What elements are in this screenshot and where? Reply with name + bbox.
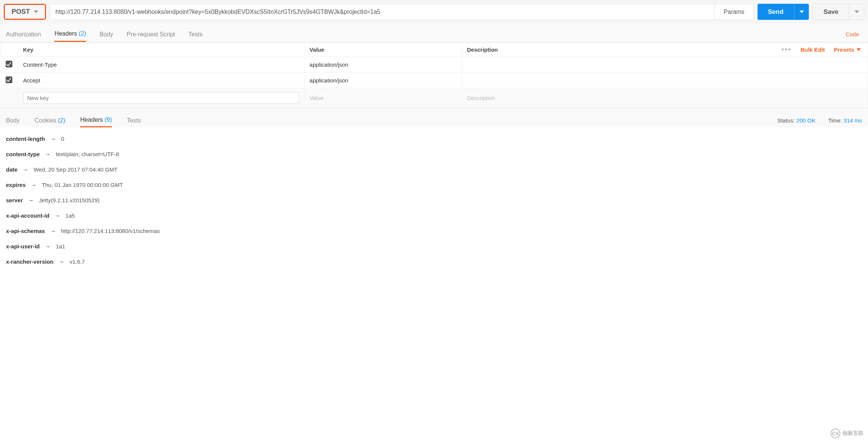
chevron-down-icon [856, 48, 861, 51]
params-button[interactable]: Params [714, 4, 753, 19]
resp-header-value: Jetty(9.2.11.v20150529) [39, 197, 100, 203]
resp-header-key: content-length [6, 136, 45, 142]
col-description: Description [462, 43, 503, 57]
response-header-row: content-length → 0 [6, 136, 862, 142]
arrow-right-icon: → [59, 258, 64, 265]
response-header-row: x-api-user-id → 1a1 [6, 243, 862, 249]
tab-headers-label: Headers [54, 30, 77, 37]
presets-dropdown[interactable]: Presets [834, 46, 861, 53]
resp-tab-headers-label: Headers [80, 116, 103, 123]
resp-header-value: v1.6.7 [70, 258, 85, 265]
save-button[interactable]: Save [813, 4, 849, 20]
resp-header-key: date [6, 166, 18, 173]
new-desc-placeholder[interactable]: Description [461, 88, 868, 108]
response-header-row: x-api-schemas → http://120.77.214.113:80… [6, 228, 862, 234]
header-key[interactable]: Accept [18, 73, 304, 88]
new-key-input[interactable] [23, 92, 299, 104]
arrow-right-icon: → [45, 243, 51, 249]
status-label: Status: [777, 117, 795, 124]
response-header-row: expires → Thu, 01 Jan 1970 00:00:00 GMT [6, 182, 862, 188]
header-value[interactable]: application/json [304, 57, 461, 73]
col-key: Key [18, 43, 304, 57]
header-desc[interactable] [461, 57, 868, 73]
resp-header-value: 1a1 [56, 243, 65, 249]
tab-prerequest[interactable]: Pre-request Script [127, 27, 175, 42]
save-dropdown[interactable] [849, 4, 864, 20]
bulk-edit-link[interactable]: Bulk Edit [801, 46, 825, 53]
header-value[interactable]: application/json [304, 73, 461, 88]
save-button-group: Save [813, 4, 864, 20]
resp-tab-cookies[interactable]: Cookies (2) [34, 114, 65, 127]
resp-header-value: 1a5 [66, 212, 75, 219]
header-key[interactable]: Content-Type [18, 57, 304, 73]
table-row[interactable]: Content-Type application/json [0, 57, 868, 73]
resp-header-value: Wed, 20 Sep 2017 07:04:40 GMT [34, 166, 118, 173]
resp-header-value: Thu, 01 Jan 1970 00:00:00 GMT [42, 182, 123, 188]
resp-tab-body[interactable]: Body [6, 114, 19, 127]
checkbox-checked-icon[interactable] [6, 61, 12, 67]
resp-header-key: x-api-schemas [6, 228, 45, 234]
table-row[interactable]: Accept application/json [0, 73, 868, 88]
resp-tab-tests[interactable]: Tests [127, 114, 141, 127]
presets-label: Presets [834, 46, 854, 53]
arrow-right-icon: → [28, 197, 34, 203]
resp-header-key: x-rancher-version [6, 258, 54, 265]
resp-header-value: text/plain; charset=UTF-8 [56, 151, 119, 157]
arrow-right-icon: → [50, 136, 56, 142]
tab-headers-count: (2) [79, 30, 86, 37]
http-method-select[interactable]: POST [4, 4, 46, 20]
response-header-row: date → Wed, 20 Sep 2017 07:04:40 GMT [6, 166, 862, 173]
response-headers-list: content-length → 0 content-type → text/p… [0, 127, 868, 282]
time-value: 314 ms [844, 117, 862, 124]
resp-tab-cookies-count: (2) [58, 117, 66, 124]
response-header-row: x-rancher-version → v1.6.7 [6, 258, 862, 265]
code-link[interactable]: Code [843, 27, 862, 41]
http-method-label: POST [12, 8, 30, 16]
status-value: 200 OK [796, 117, 816, 124]
request-tabs: Authorization Headers (2) Body Pre-reque… [0, 24, 868, 42]
chevron-down-icon [34, 10, 38, 13]
header-desc[interactable] [461, 73, 868, 88]
arrow-right-icon: → [31, 182, 37, 188]
tab-body[interactable]: Body [100, 27, 113, 42]
request-headers-table: Key Value Description ••• Bulk Edit Pres… [0, 42, 868, 108]
resp-header-value: 0 [61, 136, 64, 142]
response-status-row: Status: 200 OK Time: 314 ms [777, 117, 862, 124]
resp-header-key: x-api-account-id [6, 212, 49, 219]
resp-header-key: expires [6, 182, 26, 188]
resp-tab-cookies-label: Cookies [34, 117, 56, 124]
more-options-icon[interactable]: ••• [781, 45, 792, 54]
table-row-placeholder[interactable]: Value Description [0, 88, 868, 108]
chevron-down-icon [855, 10, 859, 13]
new-value-placeholder[interactable]: Value [304, 88, 461, 108]
tab-authorization[interactable]: Authorization [6, 27, 41, 42]
send-dropdown[interactable] [794, 4, 809, 20]
url-group: Params [50, 4, 754, 20]
send-button-group: Send [758, 4, 809, 20]
request-bar: POST Params Send Save [0, 0, 868, 24]
arrow-right-icon: → [23, 166, 28, 173]
url-input[interactable] [50, 4, 714, 19]
resp-header-key: server [6, 197, 23, 203]
tab-headers[interactable]: Headers (2) [54, 27, 86, 42]
resp-tab-headers[interactable]: Headers (9) [80, 113, 112, 127]
col-value: Value [304, 43, 461, 57]
chevron-down-icon [799, 10, 804, 13]
response-header-row: server → Jetty(9.2.11.v20150529) [6, 197, 862, 203]
time-label: Time: [828, 117, 842, 124]
response-tabs: Body Cookies (2) Headers (9) Tests Statu… [0, 108, 868, 127]
checkbox-checked-icon[interactable] [6, 76, 12, 83]
response-header-row: x-api-account-id → 1a5 [6, 212, 862, 219]
arrow-right-icon: → [55, 212, 60, 219]
resp-header-value: http://120.77.214.113:8080/v1/schemas [61, 228, 160, 234]
send-button[interactable]: Send [758, 4, 794, 20]
resp-tab-headers-count: (9) [104, 116, 112, 123]
arrow-right-icon: → [45, 151, 51, 157]
resp-header-key: content-type [6, 151, 40, 157]
response-header-row: content-type → text/plain; charset=UTF-8 [6, 151, 862, 157]
arrow-right-icon: → [50, 228, 56, 234]
resp-header-key: x-api-user-id [6, 243, 40, 249]
tab-tests[interactable]: Tests [188, 27, 202, 42]
